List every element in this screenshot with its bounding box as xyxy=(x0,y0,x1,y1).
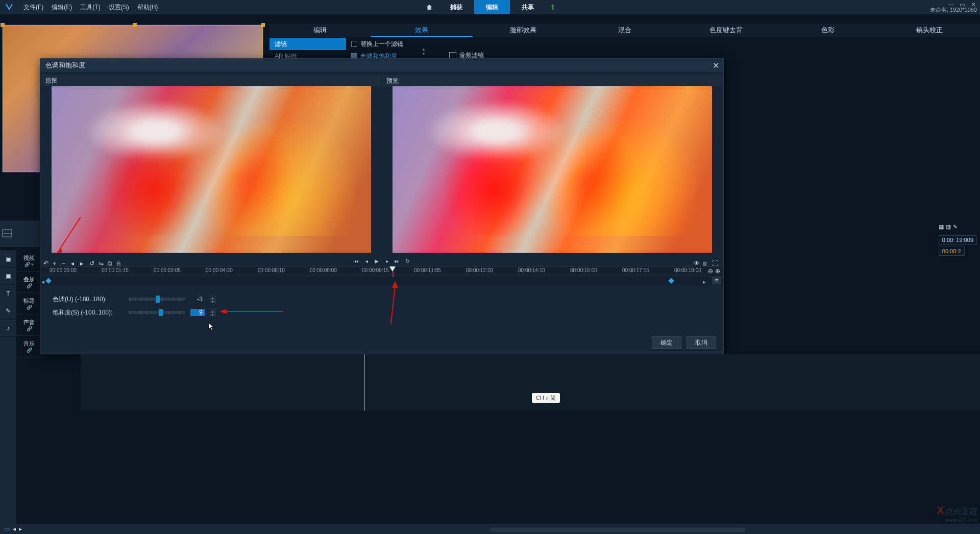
mode-capture[interactable]: 捕获 xyxy=(438,0,474,14)
upload-icon[interactable]: ⬆ xyxy=(546,0,560,14)
ok-button[interactable]: 确定 xyxy=(652,336,681,349)
tab-edit[interactable]: 编辑 xyxy=(270,23,371,37)
slider-thumb-icon[interactable] xyxy=(159,309,163,316)
original-label: 原图 xyxy=(41,75,381,86)
track-video-label[interactable]: 视频🔗 ▾ xyxy=(16,250,42,272)
resize-handle-icon[interactable] xyxy=(133,23,137,27)
loop-icon[interactable]: ↻ xyxy=(403,257,411,264)
clip-icon[interactable]: ▭ xyxy=(4,525,10,532)
menu-edit[interactable]: 编辑(E) xyxy=(47,0,76,14)
hue-spinner[interactable]: ▴▾ xyxy=(210,296,216,303)
video-track-icon[interactable]: ▣ xyxy=(0,250,16,268)
filter-list-scroll[interactable]: ▲▼ xyxy=(422,47,426,56)
filter-category[interactable]: 滤镜 xyxy=(270,38,346,50)
replace-filter-label: 替换上一个滤镜 xyxy=(360,40,403,48)
layout-icon[interactable]: ▦ xyxy=(939,224,944,230)
storyboard-icon[interactable] xyxy=(2,229,12,239)
dialog-buttons: 确定 取消 xyxy=(652,336,716,349)
mode-share[interactable]: 共享 xyxy=(510,0,546,14)
saturation-value[interactable]: 9 xyxy=(190,309,205,316)
tab-face[interactable]: 脸部效果 xyxy=(473,23,574,37)
replace-filter-option[interactable]: 替换上一个滤镜 xyxy=(346,40,403,48)
saturation-slider[interactable] xyxy=(129,311,185,314)
scroll-left-icon[interactable]: ◂ xyxy=(41,278,44,285)
zoom-out-icon[interactable]: ⊖ xyxy=(708,268,713,275)
ruler-tick: 00:00:08:00 xyxy=(310,268,337,273)
ruler-tick: 00:00:00:00 xyxy=(50,268,77,273)
playhead-icon[interactable] xyxy=(389,266,396,272)
mode-edit[interactable]: 编辑 xyxy=(474,0,510,14)
menu-file[interactable]: 文件(F) xyxy=(19,0,47,14)
ruler-tick: 00:00:03:05 xyxy=(154,268,181,273)
saturation-spinner[interactable]: ▴▾ xyxy=(210,309,216,316)
preview-label: 预览 xyxy=(382,75,722,86)
expand-track-icon[interactable]: ≡ xyxy=(712,277,721,284)
project-info: 未命名, 1920*1080 xyxy=(930,6,977,14)
play-icon[interactable]: ▶ xyxy=(373,257,381,264)
step-back-icon[interactable]: ◂ xyxy=(362,257,371,264)
spinner-up-icon[interactable]: ▴ xyxy=(210,309,216,312)
tab-effect[interactable]: 效果 xyxy=(371,23,473,37)
effect-tabs: 编辑 效果 脸部效果 混合 色度键去背 色彩 镜头校正 xyxy=(270,23,980,37)
next-icon[interactable]: ▸ xyxy=(19,525,22,532)
tab-blend[interactable]: 混合 xyxy=(574,23,676,37)
zoom-in-icon[interactable]: ⊕ xyxy=(715,268,720,275)
hue-slider[interactable] xyxy=(129,298,185,301)
goto-start-icon[interactable]: ⏮ xyxy=(352,257,360,264)
scroll-right-icon[interactable]: ▸ xyxy=(703,278,706,285)
prev-icon[interactable]: ◂ xyxy=(13,525,16,532)
track-voice-label[interactable]: 声音🔗 xyxy=(16,314,42,336)
timeline-area[interactable] xyxy=(81,354,980,410)
spinner-down-icon[interactable]: ▾ xyxy=(210,312,216,316)
title-track-icon[interactable]: T xyxy=(0,285,16,302)
keyframe-icon[interactable] xyxy=(45,278,51,283)
checkbox-icon[interactable] xyxy=(351,41,357,47)
keyframe-icon[interactable] xyxy=(668,278,674,283)
slider-thumb-icon[interactable] xyxy=(156,296,160,303)
mode-home[interactable] xyxy=(420,0,438,14)
track-overlay-label[interactable]: 叠加🔗 xyxy=(16,272,42,293)
app-logo-icon xyxy=(4,2,14,12)
mouse-cursor-icon xyxy=(208,323,214,331)
edit-icon[interactable]: ✎ xyxy=(953,224,958,230)
spinner-up-icon[interactable]: ▴ xyxy=(210,296,216,299)
hue-saturation-dialog: 色调和饱和度 ✕ 原图 预览 ↶ + − ◂ ▸ ↺ ⇋ ⧉ ⎘ ⏮ ◂ ▶ ▸… xyxy=(40,58,724,354)
saturation-label: 饱和度(S) (-100..100): xyxy=(53,308,124,317)
spinner-down-icon[interactable]: ▾ xyxy=(210,299,216,303)
voice-track-icon[interactable]: ✎ xyxy=(0,302,16,320)
ruler-tick: 00:00:19:00 xyxy=(674,268,701,273)
dialog-ruler[interactable]: 00:00:00:00 00:00:01:15 00:00:03:05 00:0… xyxy=(40,266,723,277)
keyframe-track[interactable]: ◂ ▸ ≡ xyxy=(40,277,723,285)
menu-help[interactable]: 帮助(H) xyxy=(133,0,162,14)
dialog-titlebar[interactable]: 色调和饱和度 xyxy=(40,59,723,72)
track-music-label[interactable]: 音乐🔗 xyxy=(16,336,42,357)
track-title-label[interactable]: 标题🔗 xyxy=(16,293,42,314)
tab-lens[interactable]: 镜头校正 xyxy=(878,23,980,37)
resize-handle-icon[interactable] xyxy=(1,23,5,27)
track-icons: ▣ ▣ T ✎ ♪ xyxy=(0,250,16,524)
ruler-tick: 00:00:04:20 xyxy=(206,268,233,273)
tab-color[interactable]: 色彩 xyxy=(777,23,878,37)
menu-settings[interactable]: 设置(S) xyxy=(105,0,133,14)
cancel-button[interactable]: 取消 xyxy=(687,336,716,349)
ruler-tick: 00:00:14:10 xyxy=(518,268,545,273)
mode-switch: 捕获 编辑 共享 ⬆ xyxy=(420,0,560,14)
hue-row: 色调(U) (-180..180): -3 ▴▾ xyxy=(53,293,711,306)
menubar: 文件(F) 编辑(E) 工具(T) 设置(S) 帮助(H) 捕获 编辑 共享 ⬆… xyxy=(0,0,980,14)
position-display: 00:00:2 xyxy=(939,247,965,256)
timeline-scrollbar[interactable] xyxy=(490,528,745,532)
menu-tools[interactable]: 工具(T) xyxy=(76,0,104,14)
hue-label: 色调(U) (-180..180): xyxy=(53,295,124,304)
dialog-close-button[interactable]: ✕ xyxy=(713,61,719,70)
step-fwd-icon[interactable]: ▸ xyxy=(383,257,391,264)
overlay-track-icon[interactable]: ▣ xyxy=(0,268,16,285)
time-display: ▦▥✎ 0:00: 19:009 00:00:2 xyxy=(939,224,977,258)
layout-icon[interactable]: ▥ xyxy=(946,224,951,230)
resize-handle-icon[interactable] xyxy=(261,23,265,27)
music-track-icon[interactable]: ♪ xyxy=(0,320,16,337)
hue-value[interactable]: -3 xyxy=(190,296,205,303)
goto-end-icon[interactable]: ⏭ xyxy=(393,257,401,264)
ruler-tick: 00:00:12:20 xyxy=(466,268,493,273)
timeline-playhead[interactable] xyxy=(364,354,365,410)
tab-chroma[interactable]: 色度键去背 xyxy=(675,23,777,37)
